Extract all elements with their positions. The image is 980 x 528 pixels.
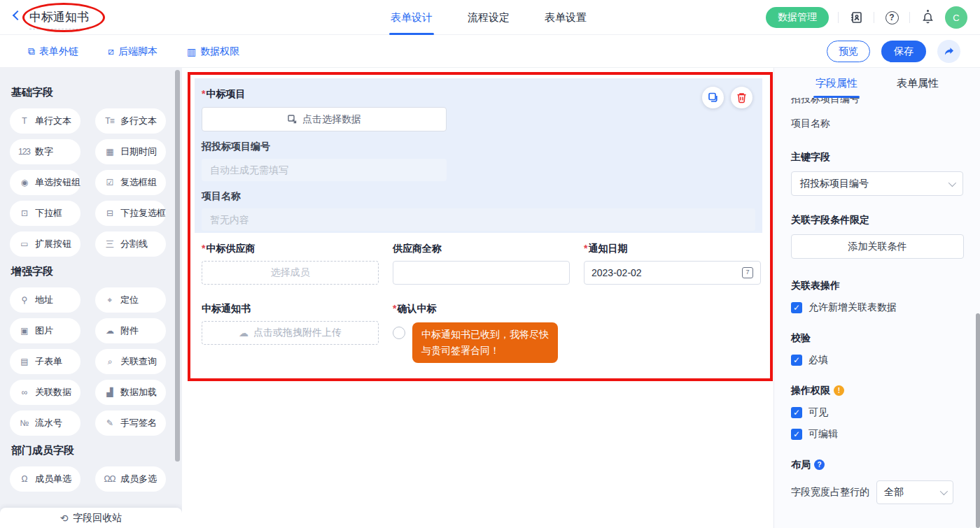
checkbox-icon: ☑	[104, 178, 115, 187]
allow-add-linked-data-checkbox[interactable]: ✓ 允许新增关联表数据	[791, 301, 963, 314]
field-item-data-load[interactable]: ▟数据加载	[95, 380, 166, 405]
notice-file-field[interactable]: 中标通知书 ☁ 点击或拖拽附件上传	[202, 303, 379, 363]
confirm-field[interactable]: *确认中标 中标通知书已收到，我将尽快 与贵司签署合同！	[393, 303, 687, 363]
recycle-icon: ⟲	[60, 513, 69, 524]
help-icon[interactable]: ?	[883, 9, 900, 26]
checked-checkbox-icon: ✓	[791, 355, 802, 366]
delete-field-button[interactable]	[731, 87, 752, 108]
pill-button-icon: ▭	[18, 239, 30, 249]
editable-checkbox[interactable]: ✓ 可编辑	[791, 428, 963, 441]
field-item-address[interactable]: ⚲地址	[10, 287, 80, 313]
tab-form-design[interactable]: 表单设计	[389, 0, 434, 35]
pick-data-button[interactable]: 点击选择数据	[202, 107, 447, 131]
layout-title: 布局?	[791, 459, 963, 471]
supplier-name-input[interactable]	[393, 261, 570, 285]
field-width-row: 字段宽度占整行的 全部	[791, 480, 963, 504]
tab-flow-setting[interactable]: 流程设定	[466, 0, 511, 35]
primary-key-select[interactable]: 招投标项目编号	[791, 171, 963, 196]
share-button[interactable]	[937, 40, 960, 63]
preview-button[interactable]: 预览	[827, 41, 870, 62]
multiline-text-icon: T≡	[104, 116, 115, 126]
add-condition-button[interactable]: 添加关联条件	[791, 234, 964, 259]
field-recycle-bin[interactable]: ⟲ 字段回收站	[0, 508, 182, 528]
sidebar-scrollbar[interactable]	[175, 70, 180, 462]
data-permission-link[interactable]: ▥数据权限	[187, 45, 239, 58]
field-item-linked-query[interactable]: ⌕关联查询	[95, 349, 166, 374]
contacts-icon[interactable]	[848, 9, 864, 26]
confirm-radio[interactable]	[393, 327, 405, 339]
field-item-member-multi[interactable]: ΩΩ成员多选	[95, 466, 166, 492]
field-item-radio-group[interactable]: ◉单选按钮组	[10, 170, 80, 195]
supplier-name-field[interactable]: 供应商全称	[393, 243, 570, 285]
date-input[interactable]: 2023-02-02 7	[584, 261, 761, 285]
field-item-multi-line-text[interactable]: T≡多行文本	[95, 108, 166, 134]
table-ops-title: 关联表操作	[791, 280, 963, 292]
tab-form-setting[interactable]: 表单设置	[543, 0, 588, 35]
field-item-label: 流水号	[35, 417, 62, 429]
field-item-label: 下拉框	[35, 207, 62, 220]
field-item-member-single[interactable]: Ω成员单选	[10, 466, 80, 492]
page-title[interactable]: 中标通知书	[29, 9, 89, 29]
field-item-image[interactable]: ▣图片	[10, 318, 80, 343]
field-item-label: 子表单	[35, 355, 62, 368]
field-name-row[interactable]: 项目名称	[791, 117, 963, 130]
help-circle-icon[interactable]: ?	[814, 459, 825, 470]
save-button[interactable]: 保存	[881, 41, 926, 62]
sidebar-section-title: 部门成员字段	[11, 444, 172, 457]
field-item-attachment[interactable]: ☁附件	[95, 318, 166, 343]
upload-attachment-button[interactable]: ☁ 点击或拖拽附件上传	[202, 321, 379, 345]
field-item-serial-number[interactable]: №流水号	[10, 411, 80, 436]
notification-bell-icon[interactable]	[919, 9, 936, 26]
field-item-location[interactable]: ⌖定位	[95, 287, 166, 313]
member-picker-input[interactable]: 选择成员	[202, 261, 379, 285]
data-manage-button[interactable]: 数据管理	[766, 7, 829, 28]
chart-box-icon: ▥	[187, 46, 196, 57]
visible-checkbox[interactable]: ✓ 可见	[791, 406, 963, 419]
supplier-field[interactable]: *中标供应商 选择成员	[202, 243, 379, 285]
field-item-label: 数字	[35, 145, 53, 158]
form-canvas[interactable]: *中标项目 点击选择数据 招投标项目编号 自动生成无需填写 项目名称 暂无内容	[182, 68, 774, 528]
field-item-label: 单行文本	[35, 115, 71, 127]
link-icon: ⧉	[28, 45, 35, 57]
subform-icon: ▤	[18, 357, 30, 366]
back-button[interactable]	[13, 10, 22, 20]
notice-date-field[interactable]: *通知日期 2023-02-02 7	[584, 243, 761, 285]
confirm-option-label[interactable]: 中标通知书已收到，我将尽快 与贵司签署合同！	[412, 322, 558, 363]
tab-form-properties[interactable]: 表单属性	[897, 68, 939, 98]
field-item-checkbox-group[interactable]: ☑复选框组	[95, 170, 166, 195]
permissions-title: 操作权限!	[791, 385, 963, 397]
field-item-extend-button[interactable]: ▭扩展按钮	[10, 231, 80, 257]
field-item-divider[interactable]: 三分割线	[95, 231, 166, 257]
warning-icon[interactable]: !	[834, 385, 844, 396]
clipped-field-row: 招投标项目编号	[791, 98, 963, 107]
page-scrollbar[interactable]	[976, 313, 980, 528]
field-width-select[interactable]: 全部	[876, 480, 953, 504]
sidebar-section-title: 增强字段	[11, 265, 172, 278]
field-item-signature[interactable]: ✎手写签名	[95, 411, 166, 436]
backend-script-link[interactable]: ⧄后端脚本	[108, 45, 158, 58]
field-item-multi-select[interactable]: ⊟下拉复选框	[95, 201, 166, 226]
project-name-input[interactable]: 暂无内容	[202, 208, 755, 231]
avatar[interactable]: C	[945, 6, 967, 29]
properties-panel: 字段属性 表单属性 招投标项目编号 项目名称 主键字段 招投标项目编号 关联字段…	[774, 68, 980, 528]
field-item-select[interactable]: ⊡下拉框	[10, 201, 80, 226]
bid-no-input[interactable]: 自动生成无需填写	[202, 159, 447, 181]
field-item-number[interactable]: 123数字	[10, 139, 80, 164]
form-external-link[interactable]: ⧉表单外链	[28, 45, 78, 58]
duplicate-field-button[interactable]	[702, 87, 724, 108]
field-item-label: 图片	[35, 324, 53, 337]
chevron-down-icon	[948, 178, 956, 186]
field-item-single-line-text[interactable]: T单行文本	[10, 108, 80, 134]
tab-field-properties[interactable]: 字段属性	[816, 68, 858, 98]
field-item-subform[interactable]: ▤子表单	[10, 349, 80, 374]
field-item-linked-data[interactable]: ∞关联数据	[10, 380, 80, 405]
select-data-icon	[287, 114, 298, 124]
bar-chart-icon: ▟	[104, 387, 115, 397]
form-toolbar: ⧉表单外链 ⧄后端脚本 ▥数据权限 预览 保存	[0, 35, 980, 68]
required-checkbox[interactable]: ✓ 必填	[791, 354, 963, 366]
trash-icon	[736, 92, 748, 104]
field-library-sidebar: 基础字段T单行文本T≡多行文本123数字▦日期时间◉单选按钮组☑复选框组⊡下拉框…	[0, 68, 182, 528]
field-item-date-time[interactable]: ▦日期时间	[95, 139, 166, 164]
cloud-upload-icon: ☁	[104, 326, 115, 336]
selected-field-block[interactable]: *中标项目 点击选择数据 招投标项目编号 自动生成无需填写 项目名称 暂无内容	[195, 78, 762, 233]
